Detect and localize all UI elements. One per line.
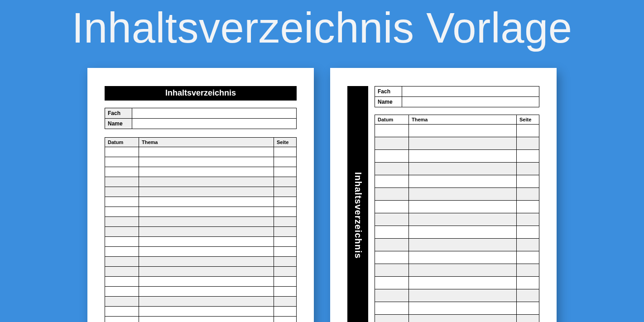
info-row-fach: Fach <box>105 108 297 119</box>
col-header-seite: Seite <box>274 138 297 147</box>
table-cell <box>517 289 539 302</box>
table-cell <box>274 247 297 257</box>
info-value-name <box>402 97 539 107</box>
table-row <box>105 267 297 277</box>
table-cell <box>139 157 274 167</box>
table-row <box>105 287 297 297</box>
table-cell <box>517 302 539 315</box>
table-cell <box>139 267 274 277</box>
table-cell <box>517 213 539 226</box>
table-row <box>105 217 297 227</box>
table-row <box>105 197 297 207</box>
table-cell <box>105 167 139 177</box>
table-cell <box>409 226 517 239</box>
table-row <box>375 213 539 226</box>
table-cell <box>274 297 297 307</box>
table-row <box>375 289 539 302</box>
table-cell <box>375 175 409 188</box>
table-cell <box>105 257 139 267</box>
info-value-fach <box>402 87 539 97</box>
col-header-seite: Seite <box>517 115 539 125</box>
table-cell <box>517 277 539 289</box>
info-row-name: Name <box>105 119 297 129</box>
table-cell <box>139 167 274 177</box>
table-cell <box>409 125 517 137</box>
table-cell <box>375 302 409 315</box>
table-cell <box>274 317 297 322</box>
page-previews: Inhaltsverzeichnis Fach Name Datum Thema… <box>0 68 644 322</box>
info-row-fach: Fach <box>375 87 539 97</box>
table-cell <box>409 150 517 163</box>
table-cell <box>409 315 517 322</box>
table-cell <box>409 175 517 188</box>
table-cell <box>139 207 274 217</box>
table-cell <box>409 251 517 264</box>
table-cell <box>139 227 274 237</box>
template-b-sidebar: Inhaltsverzeichnis <box>347 86 368 322</box>
table-cell <box>274 227 297 237</box>
table-row <box>375 239 539 251</box>
table-cell <box>274 157 297 167</box>
table-cell <box>274 277 297 287</box>
table-cell <box>517 137 539 150</box>
page-title: Inhaltsverzeichnis Vorlage <box>0 4 644 53</box>
table-cell <box>139 247 274 257</box>
table-cell <box>139 237 274 247</box>
table-cell <box>517 150 539 163</box>
table-row <box>105 317 297 322</box>
table-row <box>375 226 539 239</box>
info-value-fach <box>132 108 297 119</box>
table-cell <box>139 307 274 317</box>
table-cell <box>274 217 297 227</box>
table-row <box>105 187 297 197</box>
table-row <box>375 251 539 264</box>
table-cell <box>375 213 409 226</box>
table-cell <box>517 125 539 137</box>
template-a-grid: Datum Thema Seite <box>105 137 297 322</box>
table-row <box>105 257 297 267</box>
table-cell <box>274 207 297 217</box>
table-row <box>375 302 539 315</box>
table-cell <box>139 147 274 157</box>
table-cell <box>105 237 139 247</box>
table-cell <box>274 167 297 177</box>
table-row <box>375 175 539 188</box>
table-cell <box>409 188 517 201</box>
table-row <box>105 157 297 167</box>
table-row <box>375 264 539 277</box>
table-cell <box>274 287 297 297</box>
table-row <box>375 201 539 213</box>
table-cell <box>274 267 297 277</box>
table-cell <box>105 267 139 277</box>
table-cell <box>409 137 517 150</box>
table-cell <box>375 239 409 251</box>
table-cell <box>409 277 517 289</box>
table-cell <box>409 302 517 315</box>
table-row <box>375 125 539 137</box>
table-row <box>375 188 539 201</box>
table-cell <box>375 201 409 213</box>
table-cell <box>274 197 297 207</box>
table-cell <box>105 247 139 257</box>
table-row <box>105 207 297 217</box>
col-header-thema: Thema <box>139 138 274 147</box>
table-row <box>105 247 297 257</box>
table-cell <box>139 277 274 287</box>
table-cell <box>375 226 409 239</box>
table-cell <box>105 277 139 287</box>
table-cell <box>517 201 539 213</box>
table-cell <box>409 289 517 302</box>
table-cell <box>517 239 539 251</box>
col-header-thema: Thema <box>409 115 517 125</box>
table-cell <box>105 187 139 197</box>
table-cell <box>274 257 297 267</box>
table-cell <box>409 239 517 251</box>
table-row <box>105 297 297 307</box>
table-cell <box>409 163 517 175</box>
table-cell <box>274 187 297 197</box>
table-cell <box>375 289 409 302</box>
template-a-page: Inhaltsverzeichnis Fach Name Datum Thema… <box>87 68 314 322</box>
table-cell <box>274 147 297 157</box>
table-row <box>105 227 297 237</box>
table-cell <box>517 226 539 239</box>
